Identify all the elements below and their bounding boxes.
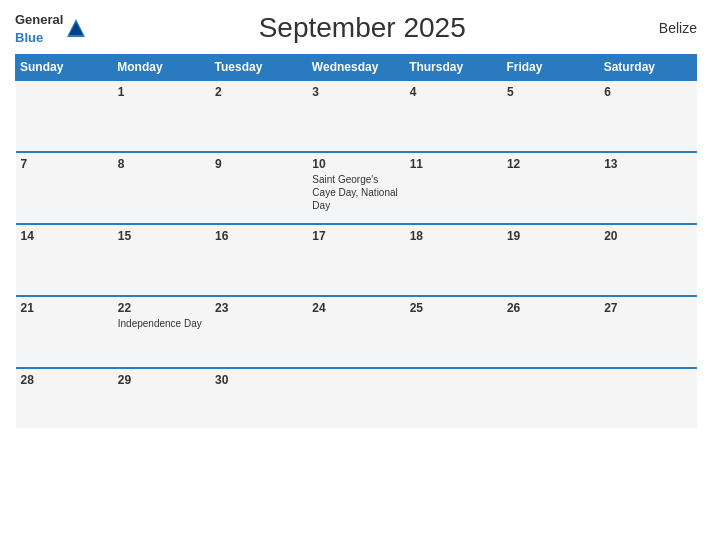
calendar-cell: 22Independence Day bbox=[113, 296, 210, 368]
day-number: 9 bbox=[215, 157, 302, 171]
week-row-5: 282930 bbox=[16, 368, 697, 428]
flag-icon bbox=[65, 17, 87, 39]
calendar-cell: 27 bbox=[599, 296, 696, 368]
calendar-cell: 6 bbox=[599, 80, 696, 152]
week-row-3: 14151617181920 bbox=[16, 224, 697, 296]
day-number: 21 bbox=[21, 301, 108, 315]
calendar-page: General Blue September 2025 Belize Sunda… bbox=[0, 0, 712, 550]
calendar-cell: 21 bbox=[16, 296, 113, 368]
calendar-cell: 18 bbox=[405, 224, 502, 296]
calendar-cell: 10Saint George's Caye Day, National Day bbox=[307, 152, 404, 224]
day-number: 17 bbox=[312, 229, 399, 243]
calendar-cell bbox=[502, 368, 599, 428]
calendar-cell: 30 bbox=[210, 368, 307, 428]
calendar-cell bbox=[599, 368, 696, 428]
calendar-cell: 23 bbox=[210, 296, 307, 368]
day-number: 27 bbox=[604, 301, 691, 315]
logo-general-text: General bbox=[15, 12, 63, 27]
calendar-cell: 20 bbox=[599, 224, 696, 296]
day-header-tuesday: Tuesday bbox=[210, 55, 307, 81]
calendar-event: Independence Day bbox=[118, 318, 202, 329]
day-number: 12 bbox=[507, 157, 594, 171]
calendar-table: SundayMondayTuesdayWednesdayThursdayFrid… bbox=[15, 54, 697, 428]
calendar-event: Saint George's Caye Day, National Day bbox=[312, 174, 397, 211]
country-label: Belize bbox=[637, 20, 697, 36]
calendar-cell: 7 bbox=[16, 152, 113, 224]
day-number: 24 bbox=[312, 301, 399, 315]
calendar-cell: 11 bbox=[405, 152, 502, 224]
day-header-thursday: Thursday bbox=[405, 55, 502, 81]
week-row-4: 2122Independence Day2324252627 bbox=[16, 296, 697, 368]
day-number: 25 bbox=[410, 301, 497, 315]
day-number: 29 bbox=[118, 373, 205, 387]
calendar-cell bbox=[307, 368, 404, 428]
svg-marker-1 bbox=[69, 22, 83, 35]
calendar-cell: 14 bbox=[16, 224, 113, 296]
calendar-cell: 13 bbox=[599, 152, 696, 224]
day-number: 14 bbox=[21, 229, 108, 243]
calendar-cell: 2 bbox=[210, 80, 307, 152]
day-number: 16 bbox=[215, 229, 302, 243]
calendar-cell: 28 bbox=[16, 368, 113, 428]
calendar-cell: 24 bbox=[307, 296, 404, 368]
day-number: 6 bbox=[604, 85, 691, 99]
day-header-sunday: Sunday bbox=[16, 55, 113, 81]
day-number: 20 bbox=[604, 229, 691, 243]
calendar-cell: 9 bbox=[210, 152, 307, 224]
day-number: 26 bbox=[507, 301, 594, 315]
calendar-cell: 8 bbox=[113, 152, 210, 224]
day-number: 19 bbox=[507, 229, 594, 243]
day-number: 1 bbox=[118, 85, 205, 99]
day-number: 11 bbox=[410, 157, 497, 171]
calendar-cell: 17 bbox=[307, 224, 404, 296]
day-header-friday: Friday bbox=[502, 55, 599, 81]
calendar-cell: 29 bbox=[113, 368, 210, 428]
day-number: 13 bbox=[604, 157, 691, 171]
calendar-cell: 12 bbox=[502, 152, 599, 224]
calendar-cell: 26 bbox=[502, 296, 599, 368]
day-number: 3 bbox=[312, 85, 399, 99]
day-number: 8 bbox=[118, 157, 205, 171]
logo: General Blue bbox=[15, 10, 87, 46]
calendar-header-row: SundayMondayTuesdayWednesdayThursdayFrid… bbox=[16, 55, 697, 81]
page-title: September 2025 bbox=[87, 12, 637, 44]
header: General Blue September 2025 Belize bbox=[15, 10, 697, 46]
week-row-2: 78910Saint George's Caye Day, National D… bbox=[16, 152, 697, 224]
day-number: 7 bbox=[21, 157, 108, 171]
day-number: 15 bbox=[118, 229, 205, 243]
logo-blue-text: Blue bbox=[15, 30, 43, 45]
calendar-cell: 25 bbox=[405, 296, 502, 368]
calendar-cell: 19 bbox=[502, 224, 599, 296]
day-number: 30 bbox=[215, 373, 302, 387]
day-number: 23 bbox=[215, 301, 302, 315]
day-header-saturday: Saturday bbox=[599, 55, 696, 81]
day-number: 5 bbox=[507, 85, 594, 99]
calendar-cell: 3 bbox=[307, 80, 404, 152]
day-header-monday: Monday bbox=[113, 55, 210, 81]
calendar-cell: 15 bbox=[113, 224, 210, 296]
day-header-wednesday: Wednesday bbox=[307, 55, 404, 81]
day-number: 22 bbox=[118, 301, 205, 315]
day-number: 28 bbox=[21, 373, 108, 387]
calendar-cell: 1 bbox=[113, 80, 210, 152]
day-number: 4 bbox=[410, 85, 497, 99]
week-row-1: 123456 bbox=[16, 80, 697, 152]
day-number: 18 bbox=[410, 229, 497, 243]
calendar-cell: 5 bbox=[502, 80, 599, 152]
calendar-cell bbox=[405, 368, 502, 428]
calendar-cell: 4 bbox=[405, 80, 502, 152]
day-number: 2 bbox=[215, 85, 302, 99]
calendar-cell bbox=[16, 80, 113, 152]
calendar-cell: 16 bbox=[210, 224, 307, 296]
day-number: 10 bbox=[312, 157, 399, 171]
